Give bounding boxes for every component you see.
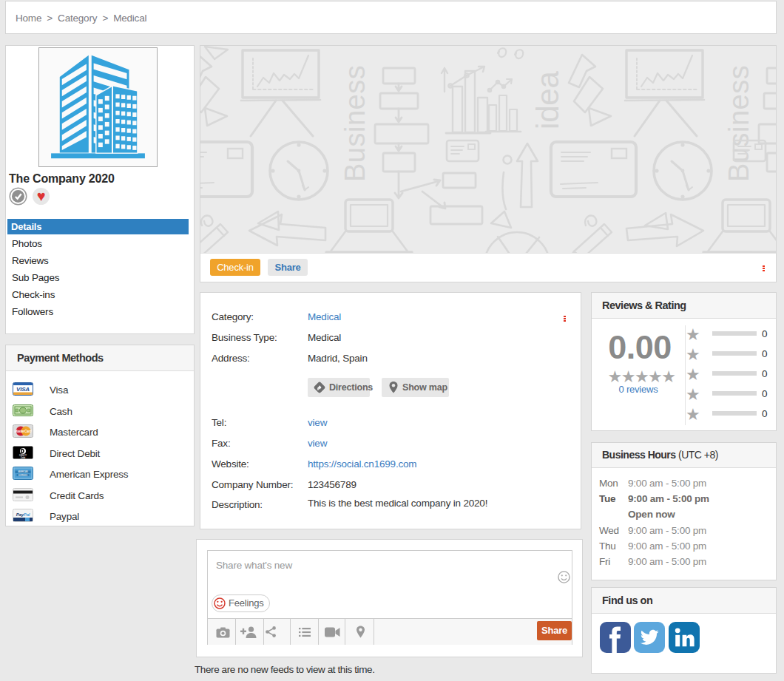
svg-text:VISA: VISA (16, 386, 30, 393)
svg-text:EXPRESS: EXPRESS (18, 474, 27, 477)
svg-text:idea: idea (530, 71, 565, 129)
svg-text:MasterCard: MasterCard (15, 430, 32, 433)
svg-text:Debit: Debit (21, 456, 25, 459)
svg-text:PayPal: PayPal (16, 512, 30, 517)
